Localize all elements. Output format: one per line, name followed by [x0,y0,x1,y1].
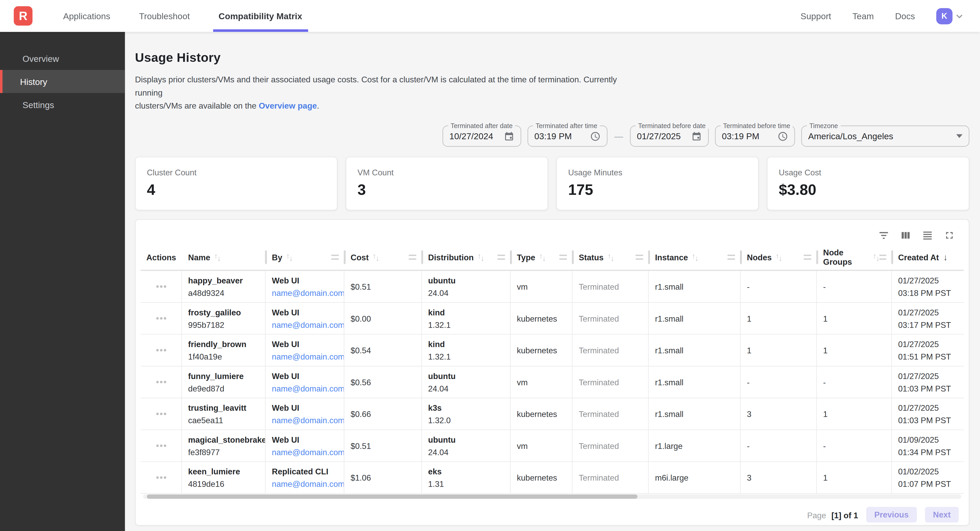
column-menu-icon[interactable] [727,255,735,260]
terminated-after-time-input[interactable]: Terminated after time 03:19 PM [527,126,608,147]
column-header-nodes[interactable]: Nodes ↑↓ [741,245,817,270]
caret-down-icon[interactable] [956,135,963,138]
cell-by: Web UI name@domain.com [266,430,344,462]
nav-link-support[interactable]: Support [800,11,831,21]
row-actions-button[interactable] [156,285,166,288]
sort-arrows-icon[interactable]: ↑↓ [286,254,293,262]
row-actions-button[interactable] [156,413,166,415]
column-menu-icon[interactable] [498,255,505,260]
nav-link-team[interactable]: Team [852,11,873,21]
column-header-cost[interactable]: Cost ↑↓ [344,245,422,270]
by-email-link[interactable]: name@domain.com [272,384,344,393]
column-menu-icon[interactable] [880,255,886,260]
previous-page-button[interactable]: Previous [866,507,916,523]
column-menu-icon[interactable] [803,255,811,260]
column-header-name[interactable]: Name ↑↓ [182,245,266,270]
column-header-instance[interactable]: Instance ↑↓ [649,245,740,270]
overview-page-link[interactable]: Overview page [259,101,317,111]
cell-cost: $0.00 [344,303,422,334]
horizontal-scrollbar[interactable] [143,495,961,499]
clock-icon[interactable] [777,131,788,141]
cell-node-groups: 1 [817,303,892,334]
timezone-label: Timezone [807,122,840,129]
column-menu-icon[interactable] [331,255,339,260]
page-title: Usage History [135,51,969,65]
column-menu-icon[interactable] [560,255,567,260]
cell-by: Replicated CLI name@domain.com [266,462,344,493]
row-actions-button[interactable] [156,349,166,352]
nav-right-group: Support Team Docs K [800,0,980,32]
cell-node-groups: 1 [817,335,892,366]
sort-arrows-icon[interactable]: ↑↓ [477,254,484,262]
cell-by: Web UI name@domain.com [266,398,344,430]
scrollbar-thumb[interactable] [147,495,638,499]
sort-arrows-icon[interactable]: ↑↓ [214,254,221,262]
description-line1: Displays prior clusters/VMs and their as… [135,75,617,97]
fullscreen-icon[interactable] [944,230,955,241]
nav-link-docs[interactable]: Docs [895,11,915,21]
by-email-link[interactable]: name@domain.com [272,416,344,425]
sort-arrows-icon[interactable]: ↑↓ [873,254,879,262]
sort-arrows-icon[interactable]: ↑↓ [607,254,614,262]
sort-arrows-icon[interactable]: ↑↓ [372,254,379,262]
row-actions-button[interactable] [156,381,166,384]
sort-desc-icon[interactable]: ↓ [943,253,948,262]
replicated-logo[interactable]: R [14,6,32,25]
next-page-button[interactable]: Next [925,507,959,523]
sidebar-item-overview[interactable]: Overview [0,47,125,70]
avatar[interactable]: K [936,8,953,24]
cell-cost: $0.66 [344,398,422,430]
description-line2: clusters/VMs are available on the [135,101,259,111]
row-actions-button[interactable] [156,317,166,320]
sidebar-item-history[interactable]: History [0,70,125,93]
cell-status: Terminated [573,303,649,334]
stat-value: 175 [568,181,747,199]
nav-item-compatibility-matrix[interactable]: Compatibility Matrix [213,0,308,32]
by-email-link[interactable]: name@domain.com [272,320,344,330]
cell-type: kubernetes [511,462,573,493]
cell-cost: $0.51 [344,271,422,303]
column-header-status[interactable]: Status ↑↓ [573,245,649,270]
sidebar: Overview History Settings [0,32,125,531]
column-menu-icon[interactable] [409,255,417,260]
column-header-node-groups[interactable]: Node Groups ↑↓ [817,245,892,270]
cell-by: Web UI name@domain.com [266,271,344,303]
density-icon[interactable] [922,230,933,241]
calendar-icon[interactable] [504,131,514,141]
by-email-link[interactable]: name@domain.com [272,352,344,361]
cell-node-groups: 1 [817,398,892,430]
cell-instance: r1.small [649,303,740,334]
column-header-created-at[interactable]: Created At ↓ [892,245,956,270]
cell-distribution: k3s 1.32.0 [422,398,511,430]
terminated-after-date-label: Terminated after date [448,122,515,129]
column-header-distribution[interactable]: Distribution ↑↓ [422,245,511,270]
nav-item-troubleshoot[interactable]: Troubleshoot [134,0,195,32]
by-email-link[interactable]: name@domain.com [272,479,344,489]
calendar-icon[interactable] [691,131,702,141]
sort-arrows-icon[interactable]: ↑↓ [692,254,698,262]
by-email-link[interactable]: name@domain.com [272,448,344,457]
row-actions-button[interactable] [156,476,166,479]
columns-icon[interactable] [900,230,911,241]
terminated-before-date-input[interactable]: Terminated before date 01/27/2025 [630,126,709,147]
clock-icon[interactable] [590,131,601,141]
column-header-by[interactable]: By ↑↓ [266,245,344,270]
date-range-separator: — [614,132,624,141]
account-menu[interactable]: K [936,8,965,24]
stat-label: Cluster Count [147,168,326,178]
terminated-before-time-input[interactable]: Terminated before time 03:19 PM [715,126,795,147]
row-actions-button[interactable] [156,445,166,447]
cell-type: vm [511,366,573,398]
cell-created-at: 01/27/2025 03:18 PM PST [892,271,956,303]
terminated-after-date-input[interactable]: Terminated after date 10/27/2024 [442,126,521,147]
column-header-type[interactable]: Type ↑↓ [511,245,573,270]
sort-arrows-icon[interactable]: ↑↓ [776,254,782,262]
timezone-select[interactable]: Timezone America/Los_Angeles [801,126,969,147]
filter-icon[interactable] [878,230,889,241]
sort-arrows-icon[interactable]: ↑↓ [539,254,546,262]
by-email-link[interactable]: name@domain.com [272,288,344,298]
sidebar-item-settings[interactable]: Settings [0,93,125,116]
column-menu-icon[interactable] [636,255,643,260]
nav-item-applications[interactable]: Applications [57,0,116,32]
chevron-down-icon[interactable] [954,10,965,22]
